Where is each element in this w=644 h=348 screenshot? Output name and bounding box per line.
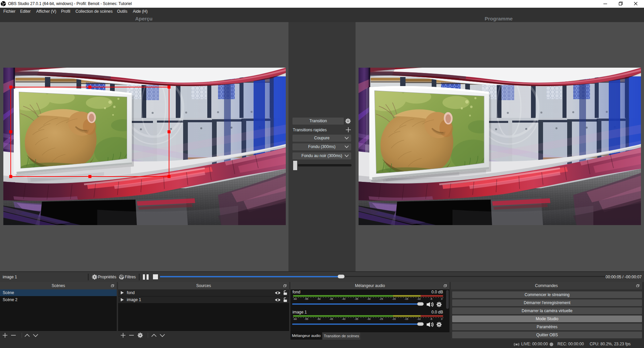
svg-text:0.0 dB: 0.0 dB <box>431 310 443 315</box>
svg-text:fond: fond <box>292 290 300 294</box>
svg-text:0.0 dB: 0.0 dB <box>431 290 443 294</box>
svg-text:image 1: image 1 <box>292 310 307 315</box>
